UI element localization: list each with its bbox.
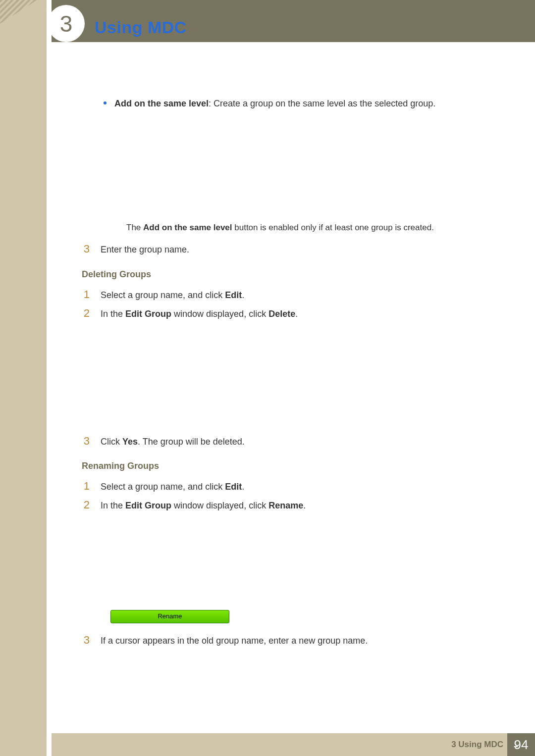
step-text: Enter the group name. <box>101 243 189 256</box>
screenshot-placeholder-2 <box>110 330 500 424</box>
left-rail-divider <box>47 0 52 756</box>
note-bold: Add on the same level <box>143 223 232 232</box>
footer-chapter-label: 3 Using MDC <box>451 740 503 750</box>
step-text: In the Edit Group window displayed, clic… <box>101 307 298 320</box>
left-rail <box>0 0 52 756</box>
step-number: 3 <box>82 433 90 449</box>
screenshot-placeholder-3 <box>110 522 500 601</box>
step-number: 2 <box>82 305 90 321</box>
subheading-deleting-groups: Deleting Groups <box>82 268 500 281</box>
step-text: Click Yes. The group will be deleted. <box>101 435 245 448</box>
text-suffix: . <box>295 309 298 319</box>
text-bold-1: Edit Group <box>125 501 171 510</box>
text-mid: window displayed, click <box>171 309 268 319</box>
step-text: Select a group name, and click Edit. <box>101 289 244 302</box>
chapter-number: 3 <box>60 10 73 37</box>
bullet-text: Add on the same level: Create a group on… <box>114 97 435 110</box>
text-bold-2: Rename <box>268 501 303 510</box>
subheading-renaming-groups: Renaming Groups <box>82 459 500 472</box>
step-number: 3 <box>82 241 90 257</box>
step-text: If a cursor appears in the old group nam… <box>101 634 368 647</box>
content-area: Add on the same level: Create a group on… <box>82 94 500 716</box>
rename-button-illustration: Rename <box>110 610 500 623</box>
step-number: 2 <box>82 497 90 513</box>
rename-step-2: 2 In the Edit Group window displayed, cl… <box>82 497 500 513</box>
page-title: Using MDC <box>95 18 187 37</box>
chapter-badge: 3 <box>48 5 85 42</box>
rename-button[interactable]: Rename <box>110 610 229 623</box>
text-suffix: . <box>242 290 244 300</box>
footer-page-number-box: 94 <box>507 733 535 756</box>
bullet-add-same-level: Add on the same level: Create a group on… <box>104 97 500 110</box>
bullet-dot-icon <box>104 101 107 104</box>
footer-page-number: 94 <box>514 737 529 753</box>
step-number: 1 <box>82 478 90 494</box>
note-prefix: The <box>126 223 143 232</box>
step-number: 3 <box>82 632 90 648</box>
text-bold: Edit <box>225 290 242 300</box>
text-suffix: . <box>242 482 244 492</box>
text-suffix: . <box>303 501 306 510</box>
rename-button-label: Rename <box>158 612 182 621</box>
text-mid: window displayed, click <box>171 501 268 510</box>
rename-step-1: 1 Select a group name, and click Edit. <box>82 478 500 494</box>
note-suffix: button is enabled only if at least one g… <box>232 223 434 232</box>
bullet-suffix: : Create a group on the same level as th… <box>209 99 435 108</box>
svg-marker-1 <box>0 0 37 24</box>
text-prefix: In the <box>101 501 125 510</box>
text-suffix: . The group will be deleted. <box>138 437 245 447</box>
step-enter-group-name: 3 Enter the group name. <box>82 241 500 257</box>
screenshot-placeholder-1 <box>110 119 500 213</box>
page-root: 3 Using MDC Add on the same level: Creat… <box>0 0 535 756</box>
step-text: Select a group name, and click Edit. <box>101 480 244 493</box>
step-number: 1 <box>82 287 90 302</box>
delete-step-3: 3 Click Yes. The group will be deleted. <box>82 433 500 449</box>
corner-hatch-decoration <box>0 0 37 24</box>
delete-step-2: 2 In the Edit Group window displayed, cl… <box>82 305 500 321</box>
note-add-same-level: The Add on the same level button is enab… <box>126 222 500 234</box>
text-prefix: Click <box>101 437 122 447</box>
footer-bar: 3 Using MDC 94 <box>52 733 535 756</box>
text-bold-1: Edit Group <box>125 309 171 319</box>
rename-step-3: 3 If a cursor appears in the old group n… <box>82 632 500 648</box>
step-text: In the Edit Group window displayed, clic… <box>101 499 306 512</box>
delete-step-1: 1 Select a group name, and click Edit. <box>82 287 500 302</box>
bullet-label: Add on the same level <box>114 99 209 108</box>
text-bold-2: Delete <box>268 309 295 319</box>
text-prefix: Select a group name, and click <box>101 482 225 492</box>
text-bold: Edit <box>225 482 242 492</box>
text-prefix: In the <box>101 309 125 319</box>
text-prefix: Select a group name, and click <box>101 290 225 300</box>
text-bold: Yes <box>122 437 138 447</box>
